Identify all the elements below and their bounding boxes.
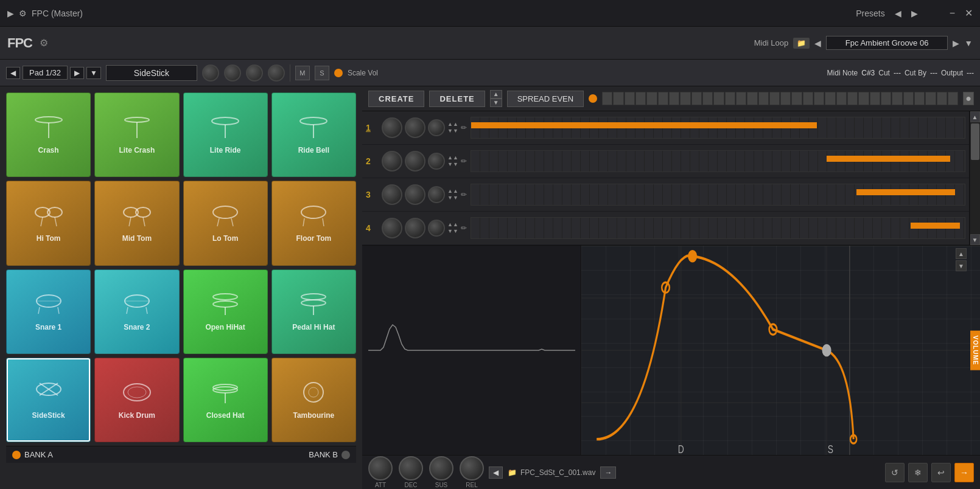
- bank-a-indicator[interactable]: [12, 451, 21, 459]
- track-3-knob-small[interactable]: [428, 186, 445, 203]
- play-icon[interactable]: ▶: [7, 9, 14, 18]
- pad-crash[interactable]: Crash: [6, 92, 91, 177]
- preset-dropdown-arrow[interactable]: ▼: [964, 38, 973, 48]
- rel-knob[interactable]: [460, 456, 484, 480]
- pan-left-button[interactable]: ◀: [489, 466, 503, 479]
- solo-button[interactable]: S: [315, 66, 329, 80]
- mute-button[interactable]: M: [295, 66, 310, 80]
- step-32[interactable]: [948, 92, 958, 105]
- bank-a-label[interactable]: BANK A: [12, 450, 53, 459]
- folder-button[interactable]: 📁: [793, 38, 810, 49]
- pad-mid-tom[interactable]: Mid Tom: [94, 181, 179, 265]
- pad-closed-hat[interactable]: Closed Hat: [183, 358, 268, 442]
- scrollbar-thumb[interactable]: [971, 123, 979, 160]
- bank-b-label[interactable]: BANK B: [309, 450, 350, 459]
- track-4-knob-vol[interactable]: [382, 218, 402, 238]
- step-29[interactable]: [914, 92, 925, 105]
- pad-dropdown-button[interactable]: ▼: [86, 67, 101, 79]
- pad-open-hihat[interactable]: Open HiHat: [183, 269, 268, 354]
- pad-lite-crash[interactable]: Lite Crash: [94, 92, 179, 177]
- pad-prev-button[interactable]: ◀: [6, 67, 20, 79]
- presets-next[interactable]: ▶: [911, 9, 918, 18]
- pad-floor-tom[interactable]: Floor Tom: [271, 181, 356, 265]
- step-8[interactable]: [680, 92, 690, 105]
- track-3-bar[interactable]: [471, 184, 965, 206]
- step-6[interactable]: [658, 92, 668, 105]
- step-23[interactable]: [847, 92, 858, 105]
- scrollbar-down-button[interactable]: ▼: [970, 234, 980, 245]
- close-button[interactable]: ✕: [965, 7, 973, 19]
- preset-prev-arrow[interactable]: ◀: [814, 38, 821, 48]
- spread-even-button[interactable]: SPREAD EVEN: [507, 91, 584, 107]
- track-1-bar[interactable]: [471, 117, 965, 139]
- bank-b-indicator[interactable]: [341, 451, 350, 459]
- track-2-knob-small[interactable]: [428, 153, 445, 170]
- step-21[interactable]: [825, 92, 835, 105]
- seq-down-button[interactable]: ▼: [490, 99, 502, 107]
- step-1[interactable]: [602, 92, 612, 105]
- track-3-knob-vol[interactable]: [382, 184, 402, 205]
- track-2-bar[interactable]: [471, 150, 965, 172]
- step-30[interactable]: [925, 92, 936, 105]
- step-20[interactable]: [814, 92, 824, 105]
- track-3-knob-pan[interactable]: [405, 184, 425, 205]
- pad-hi-tom[interactable]: Hi Tom: [6, 181, 91, 265]
- track-1-knob-pan[interactable]: [405, 117, 425, 138]
- minimize-button[interactable]: −: [950, 8, 955, 19]
- scrollbar-up-button[interactable]: ▲: [970, 111, 980, 122]
- env-scroll-down[interactable]: ▼: [956, 260, 967, 271]
- step-12[interactable]: [725, 92, 735, 105]
- presets-prev[interactable]: ◀: [895, 9, 901, 18]
- step-19[interactable]: [803, 92, 813, 105]
- file-folder-icon[interactable]: 📁: [508, 468, 517, 477]
- step-3[interactable]: [625, 92, 635, 105]
- step-25[interactable]: [870, 92, 880, 105]
- knob-1[interactable]: [202, 64, 219, 82]
- step-5[interactable]: [646, 92, 657, 105]
- step-16[interactable]: [769, 92, 780, 105]
- step-14[interactable]: [747, 92, 757, 105]
- track-2-knob-vol[interactable]: [382, 151, 402, 172]
- step-13[interactable]: [736, 92, 746, 105]
- preset-name[interactable]: Fpc Ambient Groove 06: [826, 36, 948, 50]
- knob-2[interactable]: [224, 64, 241, 82]
- step-18[interactable]: [791, 92, 802, 105]
- step-4[interactable]: [635, 92, 646, 105]
- seq-up-button[interactable]: ▲: [490, 90, 502, 99]
- step-27[interactable]: [892, 92, 902, 105]
- step-7[interactable]: [669, 92, 679, 105]
- pad-kick-drum[interactable]: Kick Drum: [94, 358, 179, 442]
- dec-knob[interactable]: [399, 456, 423, 480]
- track-4-knob-pan[interactable]: [405, 218, 425, 238]
- track-4-knob-small[interactable]: [428, 220, 445, 237]
- step-9[interactable]: [691, 92, 702, 105]
- step-24[interactable]: [858, 92, 869, 105]
- delete-button[interactable]: DELETE: [429, 91, 485, 107]
- gear-icon[interactable]: ⚙: [19, 9, 27, 18]
- step-2[interactable]: [613, 92, 623, 105]
- track-1-pencil[interactable]: ✏: [461, 123, 467, 132]
- track-3-pencil[interactable]: ✏: [461, 190, 467, 199]
- snowflake-button[interactable]: ❄: [908, 463, 928, 482]
- env-scroll-up[interactable]: ▲: [956, 248, 967, 259]
- track-2-knob-pan[interactable]: [405, 151, 425, 172]
- settings-icon[interactable]: ⚙: [40, 37, 48, 49]
- seq-scroll-end[interactable]: ●: [963, 92, 974, 105]
- step-17[interactable]: [780, 92, 791, 105]
- step-31[interactable]: [937, 92, 947, 105]
- pad-sidestick[interactable]: SideStick: [6, 358, 91, 442]
- pad-lite-ride[interactable]: Lite Ride: [183, 92, 268, 177]
- track-4-pencil[interactable]: ✏: [461, 224, 467, 232]
- pad-snare-2[interactable]: Snare 2: [94, 269, 179, 354]
- track-1-knob-small[interactable]: [428, 119, 445, 136]
- pad-tambourine[interactable]: Tambourine: [271, 358, 356, 442]
- file-arrow-button[interactable]: →: [600, 466, 616, 479]
- sus-knob[interactable]: [429, 456, 453, 480]
- step-22[interactable]: [836, 92, 847, 105]
- volume-tab[interactable]: VOLUME: [970, 331, 980, 370]
- knob-4[interactable]: [268, 64, 285, 82]
- undo-button[interactable]: ↩: [931, 463, 951, 482]
- att-knob[interactable]: [368, 456, 393, 480]
- step-15[interactable]: [758, 92, 769, 105]
- seq-active-indicator[interactable]: [589, 94, 597, 103]
